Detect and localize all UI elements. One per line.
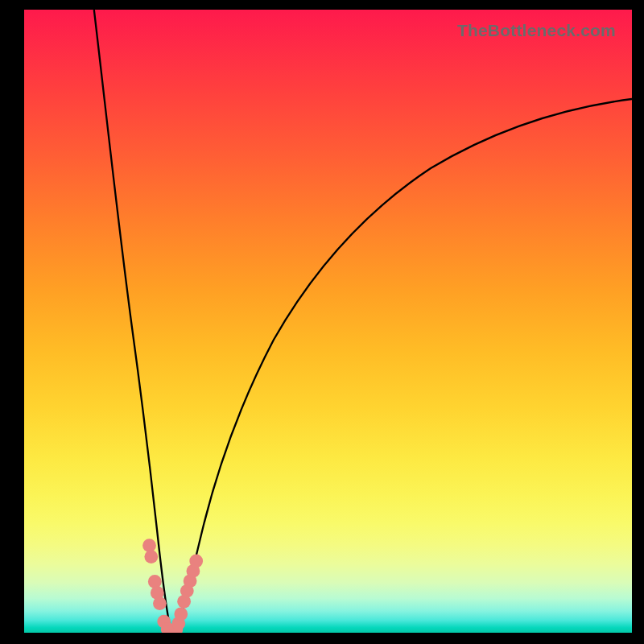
chart-frame: TheBottleneck.com xyxy=(0,0,644,644)
curves-svg xyxy=(24,10,632,633)
marker-dot xyxy=(153,597,167,610)
curve-left xyxy=(94,10,171,630)
watermark-text: TheBottleneck.com xyxy=(457,21,616,40)
plot-area: TheBottleneck.com xyxy=(24,10,632,633)
marker-group xyxy=(142,539,203,633)
curve-right xyxy=(177,99,632,630)
marker-dot xyxy=(144,550,158,564)
marker-dot xyxy=(189,555,203,568)
marker-dot xyxy=(148,575,162,588)
marker-dot xyxy=(174,607,188,621)
marker-dot xyxy=(142,539,156,552)
